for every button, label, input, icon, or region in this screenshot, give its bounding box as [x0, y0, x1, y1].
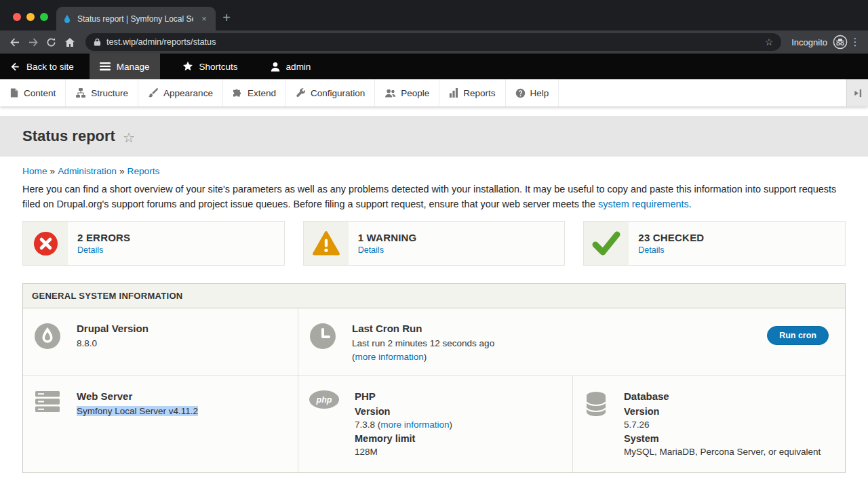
menu-item-reports[interactable]: Reports	[439, 79, 505, 106]
drupal-version-cell: Drupal Version 8.8.0	[23, 308, 298, 375]
database-icon	[584, 390, 608, 420]
last-cron-cell: Last Cron Run Last run 2 minutes 12 seco…	[298, 308, 845, 375]
errors-card: 2 ERRORS Details	[22, 221, 285, 266]
user-icon	[271, 62, 280, 72]
menu-item-content[interactable]: Content	[0, 79, 66, 106]
back-icon[interactable]	[5, 33, 24, 52]
manage-button[interactable]: Manage	[90, 54, 160, 79]
content-icon	[9, 87, 19, 98]
clock-icon	[309, 323, 336, 352]
system-info-row-1: Drupal Version 8.8.0 Last Cron Run Last …	[23, 308, 845, 376]
php-version-label: Version	[355, 405, 452, 418]
breadcrumb-separator: »	[50, 166, 56, 176]
menu-item-extend[interactable]: Extend	[223, 79, 286, 106]
star-icon	[182, 61, 193, 72]
php-memory-value: 128M	[355, 445, 452, 459]
errors-count: 2 ERRORS	[77, 232, 130, 243]
shortcuts-button[interactable]: Shortcuts	[172, 54, 248, 79]
tab-title: Status report | Symfony Local Se	[77, 14, 193, 24]
checked-details-link[interactable]: Details	[638, 245, 704, 255]
url-text: test.wip/admin/reports/status	[106, 37, 760, 47]
php-version-value: 7.3.8	[355, 420, 375, 430]
php-cell: php PHP Version 7.3.8 (more information)…	[298, 376, 572, 472]
back-to-site-icon	[10, 62, 20, 72]
screen: Status report | Symfony Local Se × + tes…	[0, 0, 868, 488]
extend-icon	[233, 88, 243, 98]
breadcrumb-home-link[interactable]: Home	[22, 166, 47, 176]
favicon-drupal-drop-icon	[62, 14, 72, 24]
user-menu-button[interactable]: admin	[260, 54, 321, 79]
browser-tab[interactable]: Status report | Symfony Local Se ×	[56, 7, 216, 30]
warnings-count: 1 WARNING	[358, 232, 417, 243]
new-tab-button[interactable]: +	[216, 7, 237, 30]
menu-item-people[interactable]: People	[375, 79, 439, 106]
window-close-button[interactable]	[13, 13, 21, 21]
warning-icon	[304, 222, 349, 265]
breadcrumb: Home»Administration»Reports	[22, 166, 846, 176]
system-requirements-link[interactable]: system requirements	[598, 199, 689, 209]
browser-menu-icon[interactable]: ⋮	[848, 36, 863, 48]
errors-details-link[interactable]: Details	[77, 245, 130, 255]
lock-icon[interactable]	[94, 37, 101, 47]
status-summary-cards: 2 ERRORS Details 1 WARNING Details 2	[22, 221, 846, 266]
bookmark-star-icon[interactable]: ☆	[765, 37, 774, 47]
toolbar-orientation-icon	[852, 88, 863, 98]
php-memory-label: Memory limit	[355, 432, 452, 445]
warnings-details-link[interactable]: Details	[358, 245, 417, 255]
menu-item-appearance[interactable]: Appearance	[138, 79, 223, 106]
reload-icon[interactable]	[42, 33, 60, 52]
database-version-value: 5.7.26	[624, 418, 821, 432]
cron-more-information-link[interactable]: more information	[355, 352, 424, 362]
system-info-row-2: Web Server Symfony Local Server v4.11.2 …	[23, 376, 845, 472]
browser-toolbar: test.wip/admin/reports/status ☆ Incognit…	[0, 30, 868, 54]
incognito-icon	[833, 35, 848, 49]
web-server-cell: Web Server Symfony Local Server v4.11.2	[23, 376, 298, 472]
drupal-version-title: Drupal Version	[77, 322, 149, 336]
menubar-spacer	[559, 79, 846, 106]
web-server-value: Symfony Local Server v4.11.2	[77, 406, 198, 416]
hamburger-menu-icon	[100, 62, 111, 71]
database-version-label: Version	[624, 405, 821, 418]
drupal-admin-toolbar: Back to site Manage Shortcuts admin	[0, 54, 868, 79]
window-controls	[13, 13, 48, 21]
php-title: PHP	[355, 390, 452, 403]
page-header: Status report ☆	[0, 116, 868, 157]
checked-count: 23 CHECKED	[638, 232, 704, 243]
page-body: Home»Administration»Reports Here you can…	[0, 157, 868, 488]
check-icon	[584, 222, 629, 265]
structure-icon	[75, 87, 86, 98]
breadcrumb-administration-link[interactable]: Administration	[58, 166, 117, 176]
breadcrumb-separator: »	[119, 166, 125, 176]
menu-item-configuration[interactable]: Configuration	[286, 79, 375, 106]
run-cron-button[interactable]: Run cron	[767, 326, 829, 345]
window-zoom-button[interactable]	[40, 13, 48, 21]
page-title: Status report	[22, 127, 115, 145]
web-server-title: Web Server	[77, 390, 198, 403]
window-minimize-button[interactable]	[26, 13, 35, 21]
system-info-panel: GENERAL SYSTEM INFORMATION Drupal Versio…	[22, 283, 846, 473]
menu-item-structure[interactable]: Structure	[66, 79, 138, 106]
add-shortcut-star-icon[interactable]: ☆	[123, 129, 135, 146]
help-icon	[515, 88, 526, 98]
tab-close-icon[interactable]: ×	[199, 14, 210, 24]
drupal-admin-menubar: Content Structure Appearance Extend Conf…	[0, 79, 868, 106]
appearance-icon	[148, 87, 159, 98]
breadcrumb-reports-link[interactable]: Reports	[127, 166, 160, 176]
drupal-version-value: 8.8.0	[77, 337, 149, 350]
back-to-site-button[interactable]: Back to site	[0, 54, 84, 79]
people-icon	[384, 88, 396, 98]
error-icon	[23, 222, 68, 265]
php-more-information-link[interactable]: more information	[380, 420, 449, 430]
toolbar-orientation-button[interactable]	[846, 79, 868, 106]
forward-icon[interactable]	[24, 33, 42, 52]
home-icon[interactable]	[60, 33, 79, 52]
menu-item-help[interactable]: Help	[506, 79, 559, 106]
reports-icon	[449, 88, 458, 98]
warnings-card: 1 WARNING Details	[303, 221, 566, 266]
configuration-icon	[296, 88, 306, 98]
web-server-icon	[34, 390, 61, 416]
last-cron-value: Last run 2 minutes 12 seconds ago	[352, 337, 494, 350]
browser-tabstrip: Status report | Symfony Local Se × +	[0, 0, 868, 30]
address-bar[interactable]: test.wip/admin/reports/status ☆	[85, 33, 781, 51]
drupal-drop-icon	[34, 323, 61, 352]
